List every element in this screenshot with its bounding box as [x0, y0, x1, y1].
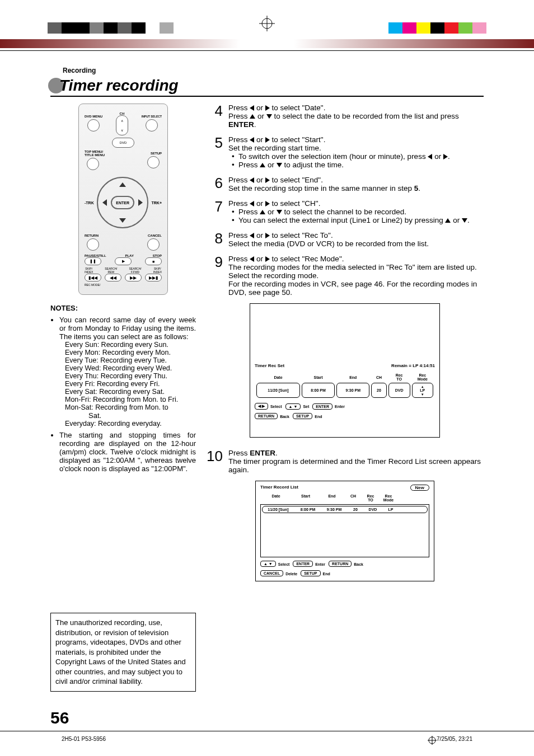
timer-rec-set-osd: Timer Rec Set Remain = LP 4:14:51 Date S… [250, 303, 440, 438]
step-9: 9 Press or to select "Rec Mode". The rec… [206, 255, 484, 297]
legal-notice: The unauthorized recording, use, distrib… [50, 613, 196, 692]
step-4: 4 Press or to select "Date". Press or to… [206, 104, 484, 129]
down-arrow-icon [266, 114, 272, 119]
gradient-band [0, 39, 534, 48]
footer-meta: 2H5-01 P53-59 56 7/25/05, 23:21 [0, 736, 534, 745]
step-10: 10 Press ENTER. The timer program is det… [206, 449, 484, 474]
enter-button: ENTER [111, 196, 134, 209]
remote-diagram: DVD MENU CH ∧∨ INPUT SELECT DVD TOP MENU… [78, 104, 168, 295]
right-arrow-icon [265, 105, 270, 111]
step-5: 5 Press or to select "Start". Set the re… [206, 135, 484, 169]
registration-mark-icon [259, 16, 275, 31]
timer-record-list-osd: Timer Record List New Date Start End CH … [255, 481, 434, 581]
dvd-button: DVD [112, 138, 134, 148]
direction-pad: ENTER [97, 177, 148, 228]
section-label: Recording [63, 67, 484, 74]
up-arrow-icon [250, 114, 255, 119]
step-8: 8 Press or to select "Rec To". Select th… [206, 231, 484, 248]
step-7: 7 Press or to select "CH". Press or to s… [206, 199, 484, 224]
notes-section: NOTES: You can record same day of every … [50, 304, 196, 473]
page-title: Timer recording [50, 77, 484, 97]
step-6: 6 Press or to select "End". Set the reco… [206, 176, 484, 192]
page-number: 56 [50, 708, 534, 727]
